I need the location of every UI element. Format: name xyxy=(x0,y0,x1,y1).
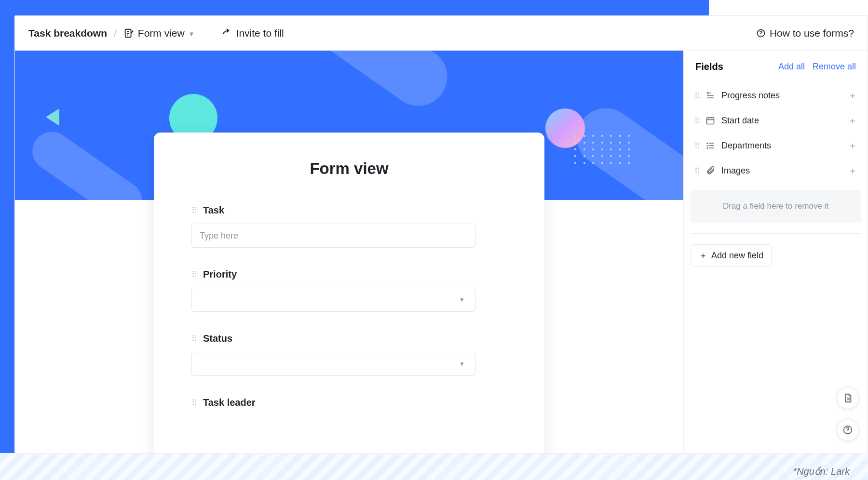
text-field-icon xyxy=(705,91,716,100)
form-card: Form view ⠿ Task ⠿ xyxy=(154,133,544,453)
svg-point-5 xyxy=(760,35,761,35)
view-selector[interactable]: Form view ▼ xyxy=(123,27,195,39)
source-attribution: *Nguồn: Lark xyxy=(793,466,850,477)
form-title[interactable]: Form view xyxy=(191,160,507,178)
form-field-task: ⠿ Task xyxy=(191,205,507,248)
breadcrumb-root[interactable]: Task breakdown xyxy=(28,27,107,39)
main-panel: Form view ⠿ Task ⠿ xyxy=(15,51,683,453)
doc-float-button[interactable] xyxy=(837,387,859,409)
caret-down-icon: ▼ xyxy=(189,30,195,38)
field-item-images[interactable]: ⠿ Images ＋ xyxy=(690,158,862,183)
available-fields-list: ⠿ Progress notes ＋ ⠿ xyxy=(684,81,868,186)
help-float-button[interactable] xyxy=(837,419,859,441)
form-field-priority: ⠿ Priority ▼ xyxy=(191,269,507,312)
task-input-wrapper[interactable] xyxy=(191,224,476,248)
task-input[interactable] xyxy=(200,231,468,241)
field-item-departments[interactable]: ⠿ Departments ＋ xyxy=(690,133,862,158)
field-item-start-date[interactable]: ⠿ Start date ＋ xyxy=(690,108,862,133)
share-arrow-icon xyxy=(221,28,231,39)
fields-side-panel: Fields Add all Remove all ⠿ Progress not… xyxy=(683,51,868,453)
remove-field-dropzone[interactable]: Drag a field here to remove it xyxy=(691,190,861,223)
howto-label: How to use forms? xyxy=(770,27,854,39)
drag-handle-icon[interactable]: ⠿ xyxy=(694,166,699,175)
add-field-icon[interactable]: ＋ xyxy=(848,165,857,176)
plus-icon: ＋ xyxy=(699,250,707,261)
document-icon xyxy=(842,393,853,403)
help-circle-icon xyxy=(842,425,853,435)
field-label-status: Status xyxy=(203,333,232,344)
field-item-name: Progress notes xyxy=(721,91,842,101)
add-all-link[interactable]: Add all xyxy=(778,62,805,72)
field-item-name: Images xyxy=(721,166,842,176)
add-new-field-label: Add new field xyxy=(711,251,763,261)
how-to-use-forms-link[interactable]: How to use forms? xyxy=(756,27,854,39)
status-select[interactable]: ▼ xyxy=(191,352,476,376)
add-field-icon[interactable]: ＋ xyxy=(848,115,857,126)
help-circle-icon xyxy=(756,28,766,38)
field-label-task: Task xyxy=(203,205,224,216)
caret-down-icon: ▼ xyxy=(459,360,468,367)
topbar: Task breakdown / Form view ▼ Invite to f… xyxy=(15,16,868,51)
drag-handle-icon[interactable]: ⠿ xyxy=(191,206,196,215)
fields-panel-title: Fields xyxy=(695,61,771,72)
drag-handle-icon[interactable]: ⠿ xyxy=(694,91,699,100)
drag-handle-icon[interactable]: ⠿ xyxy=(191,270,196,279)
multiselect-field-icon xyxy=(705,141,716,150)
add-new-field-button[interactable]: ＋ Add new field xyxy=(691,244,772,267)
drag-handle-icon[interactable]: ⠿ xyxy=(191,398,196,407)
form-field-task-leader: ⠿ Task leader xyxy=(191,397,507,408)
app-frame: Task breakdown / Form view ▼ Invite to f… xyxy=(14,15,868,454)
form-view-icon xyxy=(123,28,134,39)
add-field-icon[interactable]: ＋ xyxy=(848,140,857,151)
caret-down-icon: ▼ xyxy=(459,296,468,303)
field-label-task-leader: Task leader xyxy=(203,397,256,408)
divider xyxy=(691,233,861,234)
form-field-status: ⠿ Status ▼ xyxy=(191,333,507,376)
field-item-name: Departments xyxy=(721,141,842,151)
priority-select[interactable]: ▼ xyxy=(191,288,476,312)
drag-handle-icon[interactable]: ⠿ xyxy=(694,116,699,125)
add-field-icon[interactable]: ＋ xyxy=(848,90,857,101)
drag-handle-icon[interactable]: ⠿ xyxy=(191,334,196,343)
view-name: Form view xyxy=(138,27,185,39)
invite-label: Invite to fill xyxy=(236,27,284,39)
remove-all-link[interactable]: Remove all xyxy=(813,62,856,72)
svg-rect-6 xyxy=(707,118,714,124)
breadcrumb-separator: / xyxy=(114,27,117,39)
field-item-name: Start date xyxy=(721,116,842,126)
field-item-progress-notes[interactable]: ⠿ Progress notes ＋ xyxy=(690,83,862,108)
attachment-field-icon xyxy=(705,166,716,175)
field-label-priority: Priority xyxy=(203,269,237,280)
drag-handle-icon[interactable]: ⠿ xyxy=(694,141,699,150)
invite-to-fill-button[interactable]: Invite to fill xyxy=(221,27,284,39)
svg-point-16 xyxy=(847,432,848,432)
date-field-icon xyxy=(705,116,716,125)
